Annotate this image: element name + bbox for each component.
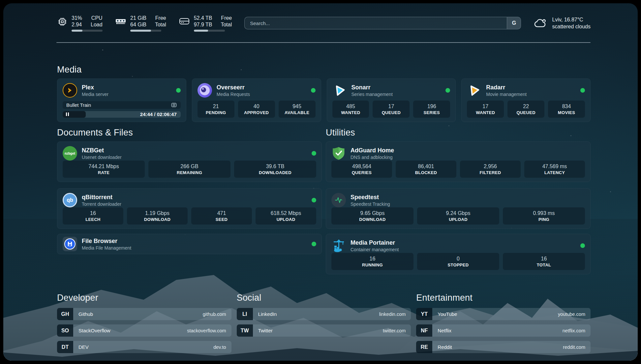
bookmark-tag: SO	[57, 324, 73, 337]
bookmark-url: stackoverflow.com	[187, 328, 226, 333]
top-bar: 31% 2.94 CPU Load	[57, 13, 591, 34]
search-input[interactable]	[245, 17, 507, 29]
bookmark-youtube[interactable]: YT YouTube youtube.com	[416, 308, 591, 320]
bookmark-tag: GH	[57, 308, 73, 320]
app-description: Media server	[82, 92, 108, 97]
stat-tile: 744.21 MbpsRATE	[63, 161, 145, 178]
app-description: DNS and adblocking	[351, 155, 394, 160]
storage-free-label: Free	[221, 15, 232, 21]
speedtest-card[interactable]: Speedtest Speedtest Tracking 9.65 GbpsDO…	[326, 188, 591, 229]
overseerr-icon	[198, 83, 212, 98]
status-dot	[580, 88, 585, 93]
app-name: Radarr	[486, 84, 527, 91]
bookmark-tag: TW	[237, 324, 253, 337]
cpu-progress-bar	[72, 30, 103, 32]
bookmark-tag: RE	[416, 341, 432, 353]
topbar-divider	[56, 42, 591, 43]
weather-location: Lviv, 16.87°C	[552, 16, 591, 23]
sonarr-icon	[332, 83, 347, 98]
media-cards-row: Plex Media server Bullet Train	[57, 78, 591, 122]
bookmark-stackoverflow[interactable]: SO StackOverflow stackoverflow.com	[57, 324, 231, 337]
cpu-usage-label: CPU	[91, 15, 103, 21]
cpu-icon	[57, 16, 68, 27]
stat-tile: 834MOVIES	[548, 101, 585, 118]
bookmark-group-developer: Developer GH Github github.com SO StackO…	[57, 293, 231, 353]
stat-tile: 16LEECH	[63, 207, 123, 225]
bookmark-name: Github	[78, 311, 93, 317]
stat-tile: 86,401BLOCKED	[396, 161, 456, 178]
pause-button[interactable]	[66, 112, 69, 116]
app-description: Container management	[351, 247, 399, 252]
overseerr-card[interactable]: Overseerr Media Requests 21PENDING 40APP…	[192, 78, 321, 122]
bookmark-name: DEV	[78, 344, 89, 350]
stat-tile: 9.65 GbpsDOWNLOAD	[331, 207, 413, 225]
cloud-icon	[533, 17, 547, 29]
radarr-card[interactable]: Radarr Movie management 17WANTED 22QUEUE…	[461, 78, 591, 122]
memory-total-value: 64 GiB	[130, 21, 146, 28]
stat-tile: 16RUNNING	[331, 253, 413, 270]
status-dot	[580, 243, 585, 248]
plex-icon	[63, 83, 77, 98]
now-playing-title: Bullet Train	[66, 102, 91, 108]
portainer-card[interactable]: Media Portainer Container management 16R…	[326, 234, 591, 274]
storage-total-value: 97.9 TB	[194, 21, 212, 28]
bookmark-reddit[interactable]: RE Reddit reddit.com	[416, 341, 591, 353]
stat-tile: 22QUEUED	[507, 101, 544, 118]
app-name: qBittorrent	[82, 194, 121, 201]
filebrowser-card[interactable]: File Browser Media File Management	[57, 234, 322, 254]
bookmark-group-entertainment: Entertainment YT YouTube youtube.com NF …	[416, 293, 591, 353]
section-title-utilities: Utilities	[326, 128, 591, 138]
memory-icon	[115, 16, 126, 26]
bookmark-github[interactable]: GH Github github.com	[57, 308, 231, 320]
qbittorrent-card[interactable]: qb qBittorrent Torrent downloader 16LEEC…	[57, 188, 322, 229]
status-dot	[312, 198, 316, 202]
plex-card[interactable]: Plex Media server Bullet Train	[57, 78, 186, 122]
filebrowser-icon	[63, 237, 77, 251]
qbittorrent-icon: qb	[63, 193, 77, 207]
bookmark-url: netflix.com	[563, 328, 585, 333]
bookmark-dev[interactable]: DT DEV dev.to	[57, 341, 231, 353]
bookmark-url: youtube.com	[558, 312, 585, 317]
nzbget-card[interactable]: nzbget NZBGet Usenet downloader 744.21 M…	[57, 141, 322, 182]
app-description: Torrent downloader	[82, 201, 121, 207]
stat-tile: 0.993 msPING	[503, 207, 585, 225]
app-description: Usenet downloader	[82, 155, 122, 160]
stat-tile: 40APPROVED	[238, 101, 275, 118]
playback-progress-bar: 24:44 / 02:06:47	[63, 111, 181, 118]
adguard-icon	[331, 146, 346, 161]
app-description: Media Requests	[217, 92, 250, 97]
memory-progress-bar	[130, 30, 161, 32]
playback-time: 24:44 / 02:06:47	[140, 111, 181, 117]
portainer-icon	[331, 238, 346, 253]
stat-tile: 945AVAILABLE	[279, 101, 316, 118]
storage-free-value: 52.4 TB	[194, 15, 212, 21]
stat-tile: 17QUEUED	[373, 101, 410, 118]
adguard-card[interactable]: AdGuard Home DNS and adblocking 498,564Q…	[326, 141, 591, 182]
google-search-button[interactable]: G	[507, 17, 521, 29]
stat-tile: 9.24 GbpsUPLOAD	[417, 207, 499, 225]
app-name: File Browser	[82, 238, 131, 245]
stat-tile: 618.52 MbpsUPLOAD	[256, 207, 316, 225]
stat-tile: 2,956FILTERED	[460, 161, 521, 178]
app-description: Speedtest Tracking	[351, 201, 390, 207]
app-description: Media File Management	[82, 245, 131, 251]
bookmark-name: Twitter	[258, 328, 273, 333]
stat-tile: 485WANTED	[332, 101, 369, 118]
stat-tile: 47.569 msLATENCY	[524, 161, 585, 178]
stat-tile: 0STOPPED	[417, 253, 499, 270]
bookmark-url: reddit.com	[563, 345, 585, 350]
storage-stat: 52.4 TB 97.9 TB Free Total	[179, 15, 232, 32]
app-name: NZBGet	[82, 147, 122, 154]
bookmark-tag: YT	[416, 308, 432, 320]
radarr-icon	[467, 83, 481, 98]
bookmark-url: github.com	[203, 312, 226, 317]
speedtest-icon	[331, 193, 346, 207]
now-playing-row: Bullet Train	[63, 101, 181, 109]
search-bar: G	[244, 17, 521, 29]
bookmark-linkedin[interactable]: LI LinkedIn linkedin.com	[237, 308, 411, 320]
sonarr-card[interactable]: Sonarr Series management 485WANTED 17QUE…	[327, 78, 456, 122]
stat-tile: 16TOTAL	[503, 253, 585, 270]
bookmark-netflix[interactable]: NF Netflix netflix.com	[416, 324, 591, 337]
nzbget-icon: nzbget	[63, 146, 77, 161]
bookmark-twitter[interactable]: TW Twitter twitter.com	[237, 324, 411, 337]
